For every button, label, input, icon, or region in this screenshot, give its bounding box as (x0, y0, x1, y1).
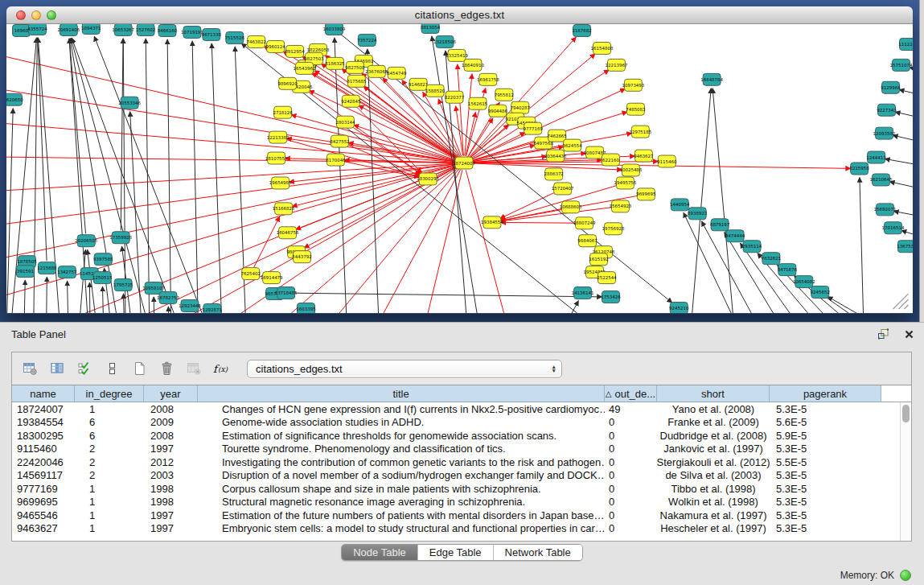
graph-node[interactable]: 8912954 (285, 45, 305, 57)
graph-node[interactable]: 2620650 (6, 93, 23, 105)
cell-out_degree[interactable]: 0 (605, 416, 657, 430)
graph-node[interactable]: 8186325 (325, 57, 344, 69)
graph-node[interactable]: 8813054 (421, 24, 441, 33)
cell-in_degree[interactable]: 1 (75, 509, 144, 522)
graph-node[interactable]: 1562615 (468, 97, 487, 109)
cell-title[interactable]: Tourette syndrome. Phenomenology and cla… (198, 443, 605, 456)
graph-node[interactable]: 4671338 (202, 28, 222, 40)
cell-out_degree[interactable]: 0 (605, 455, 657, 469)
graph-node[interactable]: 9699695 (636, 188, 655, 200)
graph-node[interactable]: 23676068 (365, 65, 388, 77)
graph-node[interactable]: 2886372 (544, 168, 563, 180)
graph-node[interactable]: 16961758 (477, 73, 499, 85)
graph-node[interactable]: 18300295 (417, 173, 439, 185)
cell-title[interactable]: Structural magnetic resonance image aver… (198, 496, 605, 509)
select-all-icon[interactable] (73, 358, 96, 379)
graph-node[interactable]: 18107553 (265, 152, 288, 164)
cell-in_degree[interactable]: 6 (75, 416, 144, 430)
graph-node[interactable]: 7515526 (225, 31, 245, 43)
table-row[interactable]: 946554611997Estimation of the future num… (12, 509, 911, 522)
graph-node[interactable]: 9960124 (265, 40, 285, 52)
table-row[interactable]: 946362711997Embryonic stem cells: a mode… (12, 522, 911, 536)
close-window-icon[interactable] (16, 10, 26, 20)
graph-node[interactable]: 1588520 (425, 84, 446, 97)
table-row[interactable]: 2242004622012Investigating the contribut… (12, 455, 911, 469)
cell-year[interactable]: 2008 (144, 402, 198, 416)
cell-short[interactable]: Hescheler et al. (1997) (657, 522, 770, 536)
graph-node[interactable]: 16210645 (870, 174, 893, 186)
cell-year[interactable]: 2012 (144, 455, 198, 469)
zoom-window-icon[interactable] (47, 10, 56, 20)
cell-title[interactable]: Changes of HCN gene expression and I(f) … (198, 402, 605, 416)
graph-node[interactable]: 12975185 (629, 126, 651, 138)
graph-node[interactable]: 1603395 (296, 303, 315, 313)
cell-in_degree[interactable]: 1 (75, 482, 144, 496)
graph-node[interactable]: 16782753 (157, 292, 179, 304)
cell-year[interactable]: 2009 (144, 416, 198, 430)
graph-node[interactable]: 1894371 (81, 24, 101, 34)
graph-node[interactable]: 17016514 (882, 222, 905, 234)
graph-node[interactable]: 15751074 (890, 59, 913, 71)
cell-pagerank[interactable]: 5.3E-5 (770, 482, 881, 496)
cell-name[interactable]: 18300295 (12, 429, 75, 443)
graph-node[interactable]: 6879197 (710, 219, 730, 231)
graph-node[interactable]: 622160 (602, 154, 620, 166)
graph-node[interactable]: 1292871 (203, 304, 222, 313)
cell-short[interactable]: Tibbo et al. (1998) (657, 482, 770, 496)
cell-short[interactable]: Franke et al. (2009) (657, 416, 770, 430)
graph-node[interactable]: 15720407 (552, 183, 574, 195)
cell-out_degree[interactable]: 0 (605, 522, 657, 536)
cell-in_degree[interactable]: 1 (75, 496, 144, 509)
cell-in_degree[interactable]: 6 (75, 429, 144, 443)
minimize-window-icon[interactable] (31, 10, 41, 20)
graph-node[interactable]: 14136141 (572, 287, 594, 299)
graph-node[interactable]: 9474444 (725, 230, 745, 242)
cell-name[interactable]: 9463627 (12, 522, 75, 536)
cell-pagerank[interactable]: 5.3E-5 (770, 496, 881, 509)
column-header-out_degree[interactable]: △out_de... (605, 385, 657, 402)
graph-node[interactable]: 13718485 (275, 287, 298, 299)
graph-node[interactable]: 1367534 (897, 241, 913, 253)
cell-out_degree[interactable]: 0 (605, 482, 657, 496)
column-header-year[interactable]: year (144, 385, 198, 402)
column-visibility-icon[interactable] (46, 358, 68, 379)
graph-node[interactable]: 16154808 (591, 42, 614, 54)
cell-year[interactable]: 1998 (144, 496, 198, 509)
graph-node[interactable]: 7955812 (495, 89, 514, 101)
column-header-short[interactable]: short (657, 385, 770, 402)
graph-node[interactable]: 2522544 (597, 272, 617, 284)
cell-name[interactable]: 22420046 (12, 455, 75, 469)
graph-node[interactable]: 1244413 (866, 151, 886, 163)
delete-column-icon[interactable] (155, 358, 178, 379)
graph-node[interactable]: 1615192 (589, 253, 608, 266)
graph-node[interactable]: 2803144 (335, 116, 355, 128)
table-vertical-scrollbar[interactable] (900, 402, 911, 541)
tab-edge-table[interactable]: Edge Table (417, 545, 493, 560)
graph-node[interactable]: 9242845 (341, 95, 360, 107)
graph-node[interactable]: 7940287 (511, 101, 531, 113)
cell-year[interactable]: 2003 (144, 469, 198, 483)
graph-node[interactable]: 18724007 (453, 157, 475, 169)
cell-out_degree[interactable]: 0 (605, 496, 657, 509)
graph-node[interactable]: 4355724 (27, 24, 47, 35)
graph-node[interactable]: 15166825 (273, 203, 295, 215)
graph-node[interactable]: 10719191 (181, 26, 203, 38)
graph-node[interactable]: 9397588 (93, 253, 113, 266)
graph-node[interactable]: 10973493 (622, 79, 644, 91)
graph-node[interactable]: 9884067 (577, 235, 598, 247)
graph-node[interactable]: 5443792 (292, 251, 311, 263)
graph-node[interactable]: 19756928 (602, 223, 625, 235)
cell-year[interactable]: 1997 (144, 509, 198, 522)
cell-name[interactable]: 19384554 (12, 416, 75, 430)
cell-name[interactable]: 9115460 (12, 443, 75, 456)
table-row[interactable]: 977716911998Corpus callosum shape and si… (12, 482, 911, 496)
graph-node[interactable]: 12093582 (873, 127, 896, 139)
cell-out_degree[interactable]: 0 (605, 509, 657, 522)
graph-node[interactable]: 9904486 (488, 105, 508, 117)
graph-node[interactable]: 2718126 (273, 106, 293, 118)
cell-out_degree[interactable]: 49 (605, 402, 657, 416)
graph-node[interactable]: 7632621 (762, 253, 781, 265)
cell-pagerank[interactable]: 5.3E-5 (770, 443, 881, 456)
graph-node[interactable]: 12923448 (179, 300, 201, 312)
table-row[interactable]: 1456911722003Disruption of a novel membe… (12, 469, 911, 483)
